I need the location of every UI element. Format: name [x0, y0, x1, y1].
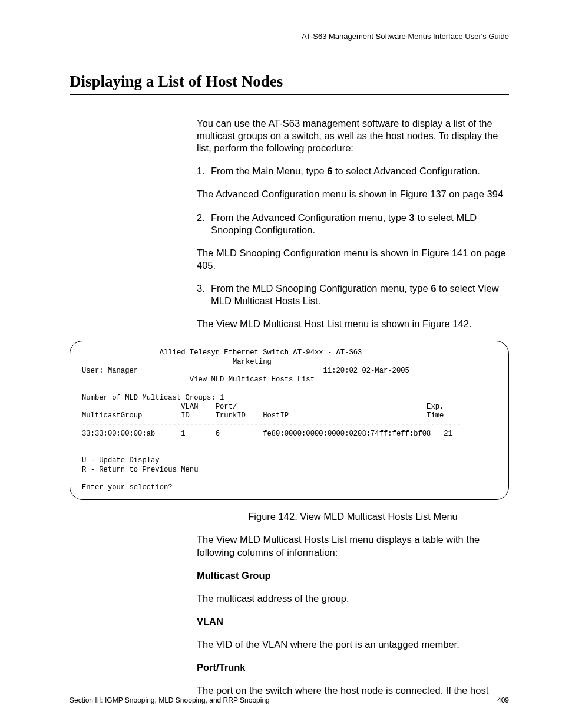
step-post: to select Advanced Configuration.	[332, 166, 480, 176]
after-figure-paragraph: The View MLD Multicast Hosts List menu d…	[197, 533, 509, 558]
step-2-sub: The MLD Snooping Configuration menu is s…	[197, 247, 509, 272]
figure-caption: Figure 142. View MLD Multicast Hosts Lis…	[197, 510, 509, 523]
step-number: 3.	[197, 282, 211, 307]
page-footer: Section III: IGMP Snooping, MLD Snooping…	[70, 696, 509, 704]
def-desc-port-trunk: The port on the switch where the host no…	[197, 684, 509, 697]
section-title: Displaying a List of Host Nodes	[70, 73, 509, 91]
page: AT-S63 Management Software Menus Interfa…	[0, 0, 562, 728]
step-bold: 6	[327, 166, 332, 176]
term-view-title: View MLD Multicast Hosts List	[82, 375, 315, 384]
title-rule	[70, 94, 509, 95]
step-bold: 3	[409, 212, 415, 223]
term-subtitle: Marketing	[82, 358, 272, 366]
def-desc-vlan: The VID of the VLAN where the port is an…	[197, 638, 509, 651]
body-column-2: Figure 142. View MLD Multicast Hosts Lis…	[197, 510, 509, 697]
footer-section: Section III: IGMP Snooping, MLD Snooping…	[70, 696, 270, 704]
term-count: Number of MLD Multicast Groups: 1	[82, 394, 224, 402]
step-3: 3. From the MLD Snooping Configuration m…	[197, 282, 509, 307]
def-term-port-trunk: Port/Trunk	[197, 661, 509, 674]
term-hdr1: VLAN Port/ Exp.	[82, 403, 444, 411]
term-divider: ----------------------------------------…	[82, 420, 461, 429]
footer-page-number: 409	[497, 696, 509, 704]
intro-paragraph: You can use the AT-S63 management softwa…	[197, 117, 509, 154]
terminal-figure: Allied Telesyn Ethernet Switch AT-94xx -…	[70, 341, 509, 500]
term-row: 33:33:00:00:00:ab 1 6 fe80:0000:0000:000…	[82, 430, 452, 438]
term-hdr2: MulticastGroup ID TrunkID HostIP Time	[82, 411, 444, 420]
step-number: 2.	[197, 212, 211, 236]
def-term-multicast-group: Multicast Group	[197, 569, 509, 582]
step-2: 2. From the Advanced Configuration menu,…	[197, 212, 509, 236]
step-pre: From the Main Menu, type	[211, 166, 327, 176]
step-3-sub: The View MLD Multicast Host List menu is…	[197, 318, 509, 330]
running-header: AT-S63 Management Software Menus Interfa…	[70, 32, 509, 41]
term-title: Allied Telesyn Ethernet Switch AT-94xx -…	[82, 348, 362, 357]
terminal-screen: Allied Telesyn Ethernet Switch AT-94xx -…	[70, 341, 509, 500]
term-prompt: Enter your selection?	[82, 483, 173, 492]
term-opt-u: U - Update Display	[82, 456, 160, 465]
def-desc-multicast-group: The multicast address of the group.	[197, 592, 509, 605]
step-text: From the Advanced Configuration menu, ty…	[211, 212, 509, 236]
step-1-sub: The Advanced Configuration menu is shown…	[197, 188, 509, 200]
step-text: From the MLD Snooping Configuration menu…	[211, 282, 509, 307]
body-column: You can use the AT-S63 management softwa…	[197, 117, 509, 330]
step-pre: From the MLD Snooping Configuration menu…	[211, 283, 431, 294]
term-opt-r: R - Return to Previous Menu	[82, 466, 198, 474]
step-number: 1.	[197, 165, 211, 177]
step-1: 1. From the Main Menu, type 6 to select …	[197, 165, 509, 177]
step-text: From the Main Menu, type 6 to select Adv…	[211, 165, 509, 177]
term-user-line: User: Manager 11:20:02 02-Mar-2005	[82, 367, 409, 375]
step-pre: From the Advanced Configuration menu, ty…	[211, 212, 409, 223]
def-term-vlan: VLAN	[197, 615, 509, 628]
